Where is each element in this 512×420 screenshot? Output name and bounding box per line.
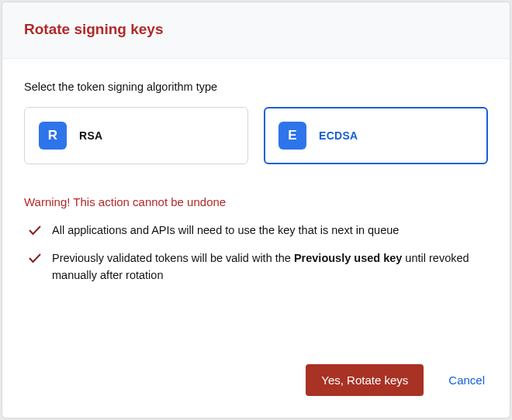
dialog-title: Rotate signing keys (24, 21, 488, 38)
algorithm-option-ecdsa[interactable]: E ECDSA (264, 107, 488, 164)
warning-item: All applications and APIs will need to u… (29, 222, 485, 241)
dialog-header: Rotate signing keys (2, 2, 510, 59)
dialog-footer: Yes, Rotate keys Cancel (2, 352, 510, 418)
warning-text-bold: Previously used key (294, 252, 402, 264)
algorithm-option-rsa[interactable]: R RSA (24, 107, 248, 164)
warning-text-prefix: Previously validated tokens will be vali… (52, 252, 294, 264)
algorithm-option-label: RSA (79, 129, 102, 142)
dialog-body: Select the token signing algorithm type … (2, 59, 510, 352)
warning-item: Previously validated tokens will be vali… (29, 250, 485, 284)
warning-title: Warning! This action cannot be undone (24, 195, 488, 208)
algorithm-option-label: ECDSA (319, 129, 358, 142)
check-icon (29, 252, 41, 269)
algorithm-section-label: Select the token signing algorithm type (24, 81, 488, 93)
check-icon (29, 224, 41, 241)
warning-list: All applications and APIs will need to u… (24, 222, 488, 284)
warning-text: All applications and APIs will need to u… (52, 222, 485, 239)
rotate-keys-dialog: Rotate signing keys Select the token sig… (2, 2, 510, 418)
algorithm-badge-icon: E (278, 122, 306, 150)
algorithm-options: R RSA E ECDSA (24, 107, 488, 164)
confirm-rotate-button[interactable]: Yes, Rotate keys (306, 364, 424, 396)
algorithm-badge-icon: R (39, 122, 67, 150)
warning-text: Previously validated tokens will be vali… (52, 250, 485, 284)
cancel-button[interactable]: Cancel (445, 367, 488, 393)
